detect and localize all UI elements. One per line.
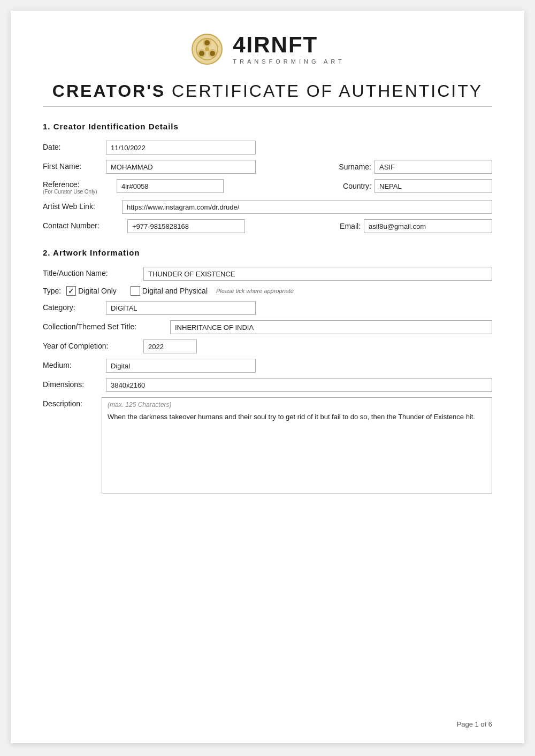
description-text: When the darkness takeover humans and th… — [108, 412, 486, 422]
dimensions-row: Dimensions: 3840x2160 — [43, 378, 492, 392]
logo-sub: TRANSFORMING ART — [233, 58, 345, 65]
title-divider — [43, 106, 492, 107]
svg-point-7 — [210, 51, 215, 56]
surname-value: ASIF — [374, 160, 492, 174]
ref-label-block: Reference: (For Curator Use Only) — [43, 179, 112, 195]
reference-main-label: Reference: — [43, 180, 112, 189]
date-value: 11/10/2022 — [106, 141, 256, 155]
description-row: Description: (max. 125 Characters) When … — [43, 397, 492, 493]
logo-icon — [190, 32, 224, 66]
logo-main: 4IRNFT — [233, 34, 318, 56]
country-value: NEPAL — [374, 179, 492, 193]
page-number: Page 1 of 6 — [457, 720, 493, 728]
medium-label: Medium: — [43, 359, 102, 369]
web-row: Artist Web Link: https://www.instagram.c… — [43, 200, 492, 214]
title-auction-label: Title/Auction Name: — [43, 267, 139, 277]
collection-row: Collection/Themed Set Title: INHERITANCE… — [43, 320, 492, 334]
country-label: Country: — [343, 182, 371, 190]
collection-value: INHERITANCE OF INDIA — [170, 320, 492, 334]
type-row: Type: ✓ Digital Only Digital and Physica… — [43, 286, 492, 296]
collection-label: Collection/Themed Set Title: — [43, 320, 166, 331]
surname-pair: Surname: ASIF — [339, 160, 492, 174]
contact-value: +977-9815828168 — [127, 219, 245, 233]
svg-point-5 — [204, 40, 210, 45]
digital-physical-checkbox[interactable] — [131, 286, 140, 296]
digital-only-text: Digital Only — [78, 287, 117, 295]
logo-text-block: 4IRNFT TRANSFORMING ART — [233, 34, 345, 65]
year-label: Year of Completion: — [43, 340, 139, 350]
ref-row: Reference: (For Curator Use Only) 4ir#00… — [43, 179, 492, 195]
email-label: Email: — [340, 222, 361, 230]
digital-physical-wrapper: Digital and Physical — [131, 286, 208, 296]
section2-title: 2. Artwork Information — [43, 248, 492, 257]
title-auction-value: THUNDER OF EXISTENCE — [143, 267, 492, 281]
artist-web-value: https://www.instagram.com/dr.drude/ — [122, 200, 492, 214]
first-name-value: MOHAMMAD — [106, 160, 256, 174]
medium-row: Medium: Digital — [43, 359, 492, 373]
digital-physical-text: Digital and Physical — [142, 287, 208, 295]
date-row: Date: 11/10/2022 — [43, 141, 492, 155]
section1-title: 1. Creator Identification Details — [43, 122, 492, 131]
dimensions-value: 3840x2160 — [106, 378, 492, 392]
category-label: Category: — [43, 301, 102, 312]
header: 4IRNFT TRANSFORMING ART — [43, 32, 492, 66]
reference-sub-label: (For Curator Use Only) — [43, 189, 112, 195]
section1: 1. Creator Identification Details Date: … — [43, 122, 492, 233]
description-label: Description: — [43, 397, 102, 408]
medium-value: Digital — [106, 359, 256, 373]
country-pair: Country: NEPAL — [343, 179, 492, 193]
reference-value: 4ir#0058 — [117, 179, 224, 193]
surname-label: Surname: — [339, 163, 371, 171]
email-pair: Email: asif8u@gmail.com — [340, 219, 492, 233]
year-value: 2022 — [143, 340, 197, 353]
category-row: Category: DIGITAL — [43, 301, 492, 315]
title-auction-row: Title/Auction Name: THUNDER OF EXISTENCE — [43, 267, 492, 281]
email-value: asif8u@gmail.com — [364, 219, 492, 233]
tick-note: Please tick where appropriate — [216, 288, 294, 294]
description-box: (max. 125 Characters) When the darkness … — [102, 397, 492, 493]
svg-point-6 — [199, 51, 204, 56]
date-label: Date: — [43, 141, 102, 151]
category-value: DIGITAL — [106, 301, 256, 315]
contact-label: Contact Number: — [43, 219, 123, 230]
year-row: Year of Completion: 2022 — [43, 340, 492, 353]
section2: 2. Artwork Information Title/Auction Nam… — [43, 248, 492, 493]
cert-title-bold: CREATOR'S — [52, 81, 165, 101]
certificate-page: 4IRNFT TRANSFORMING ART CREATOR'S CERTIF… — [11, 11, 524, 743]
cert-title-rest: CERTIFICATE OF AUTHENTICITY — [165, 81, 483, 101]
digital-only-wrapper: ✓ Digital Only — [66, 286, 117, 296]
digital-only-checkbox[interactable]: ✓ — [66, 286, 76, 296]
type-label: Type: — [43, 287, 61, 295]
first-name-label: First Name: — [43, 160, 102, 171]
contact-row: Contact Number: +977-9815828168 Email: a… — [43, 219, 492, 233]
dimensions-label: Dimensions: — [43, 378, 102, 389]
svg-point-8 — [205, 47, 209, 51]
name-row: First Name: MOHAMMAD Surname: ASIF — [43, 160, 492, 174]
description-hint: (max. 125 Characters) — [108, 401, 486, 408]
artist-web-label: Artist Web Link: — [43, 200, 118, 211]
cert-title: CREATOR'S CERTIFICATE OF AUTHENTICITY — [43, 81, 492, 101]
